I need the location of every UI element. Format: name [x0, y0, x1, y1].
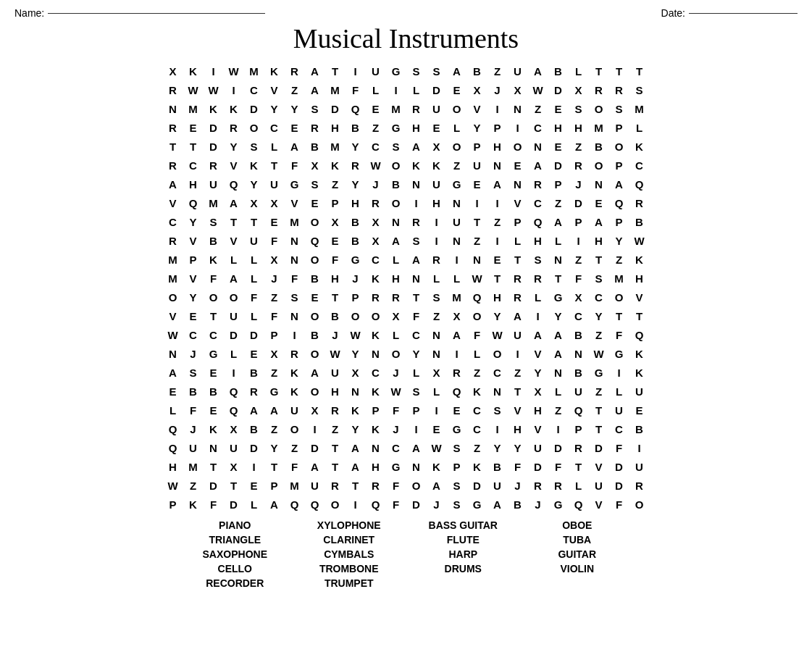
grid-cell: Z — [569, 137, 589, 156]
grid-cell: D — [609, 476, 629, 495]
grid-cell: Q — [305, 231, 325, 250]
grid-cell: P — [487, 118, 508, 137]
grid-cell: P — [325, 193, 346, 212]
grid-cell: T — [609, 62, 629, 80]
grid-cell: X — [386, 306, 406, 325]
grid-cell: L — [609, 382, 629, 401]
grid-cell: K — [183, 495, 204, 514]
grid-cell: J — [508, 476, 528, 495]
grid-cell: D — [548, 156, 569, 175]
word-list-item: DRUMS — [410, 563, 517, 574]
grid-cell: G — [548, 288, 569, 306]
grid-cell: N — [346, 382, 366, 401]
grid-cell: L — [569, 62, 589, 80]
grid-cell: L — [406, 80, 427, 99]
grid-cell: E — [487, 250, 508, 269]
grid-cell: X — [569, 288, 589, 306]
grid-cell: K — [204, 250, 224, 269]
grid-cell: A — [528, 62, 548, 80]
grid-cell: T — [508, 250, 528, 269]
grid-cell: X — [264, 193, 285, 212]
word-list-item — [410, 577, 517, 589]
grid-cell: I — [427, 231, 447, 250]
grid-row: REDROCERHBZGHELYPICHHMPL — [163, 118, 650, 137]
grid-cell: L — [629, 118, 650, 137]
grid-cell: E — [285, 118, 305, 137]
grid-cell: O — [589, 99, 609, 118]
grid-cell: R — [406, 212, 427, 231]
grid-cell: Y — [224, 137, 244, 156]
grid-cell: D — [406, 495, 427, 514]
grid-cell: M — [386, 99, 406, 118]
grid-cell: T — [204, 457, 224, 476]
grid-row: MPKLLXNOFGCLARINETSNZTZK — [163, 250, 650, 269]
grid-cell: F — [285, 457, 305, 476]
grid-row: ASEIBZKAUXCJLXRZCZYNBGIK — [163, 363, 650, 382]
grid-cell: F — [264, 306, 285, 325]
grid-cell: N — [487, 382, 508, 401]
grid-cell: J — [183, 419, 204, 438]
grid-cell: E — [366, 99, 386, 118]
grid-cell: Z — [548, 401, 569, 419]
grid-cell: D — [224, 325, 244, 344]
grid-cell: E — [447, 401, 467, 419]
grid-cell: O — [305, 306, 325, 325]
grid-cell: R — [447, 363, 467, 382]
grid-cell: M — [447, 288, 467, 306]
grid-cell: O — [386, 344, 406, 363]
grid-cell: I — [386, 80, 406, 99]
grid-cell: V — [183, 269, 204, 288]
grid-cell: B — [305, 137, 325, 156]
grid-cell: I — [508, 344, 528, 363]
grid-cell: G — [386, 457, 406, 476]
grid-cell: U — [629, 382, 650, 401]
grid-cell: Q — [366, 495, 386, 514]
grid-cell: O — [487, 344, 508, 363]
grid-cell: B — [346, 231, 366, 250]
grid-cell: P — [508, 212, 528, 231]
grid-cell: Z — [467, 438, 487, 457]
grid-cell: Z — [183, 476, 204, 495]
grid-cell: Y — [346, 137, 366, 156]
grid-cell: O — [366, 306, 386, 325]
grid-row: EBBQRGKOHNKWSLQKNTXLUZLU — [163, 382, 650, 401]
grid-cell: U — [285, 401, 305, 419]
grid-cell: C — [244, 80, 264, 99]
grid-row: WCCDDPIBJWKLCNAFWUAABZFQ — [163, 325, 650, 344]
grid-cell: E — [427, 419, 447, 438]
grid-cell: B — [386, 175, 406, 193]
grid-cell: V — [589, 457, 609, 476]
grid-cell: A — [406, 438, 427, 457]
grid-cell: B — [569, 363, 589, 382]
grid-cell: N — [569, 344, 589, 363]
grid-cell: N — [366, 438, 386, 457]
grid-cell: P — [609, 156, 629, 175]
grid-cell: B — [467, 62, 487, 80]
grid-cell: E — [204, 363, 224, 382]
grid-cell: M — [163, 269, 183, 288]
grid-cell: D — [244, 99, 264, 118]
grid-cell: H — [487, 137, 508, 156]
grid-row: NJGLEXROWYNOYNILOIVANWGK — [163, 344, 650, 363]
grid-cell: H — [183, 175, 204, 193]
grid-cell: T — [508, 382, 528, 401]
grid-cell: R — [528, 175, 548, 193]
grid-cell: O — [204, 288, 224, 306]
grid-cell: M — [325, 137, 346, 156]
grid-cell: A — [528, 156, 548, 175]
grid-cell: Z — [548, 193, 569, 212]
grid-cell: P — [264, 476, 285, 495]
grid-cell: P — [609, 118, 629, 137]
grid-cell: R — [163, 118, 183, 137]
grid-cell: X — [427, 137, 447, 156]
grid-cell: B — [629, 419, 650, 438]
grid-cell: J — [528, 495, 548, 514]
grid-cell: S — [447, 476, 467, 495]
grid-cell: C — [183, 156, 204, 175]
grid-cell: Q — [447, 382, 467, 401]
grid-cell: H — [406, 118, 427, 137]
grid-cell: X — [508, 80, 528, 99]
grid-cell: L — [386, 250, 406, 269]
grid-cell: H — [427, 193, 447, 212]
word-list-item: TRIANGLE — [182, 534, 289, 546]
